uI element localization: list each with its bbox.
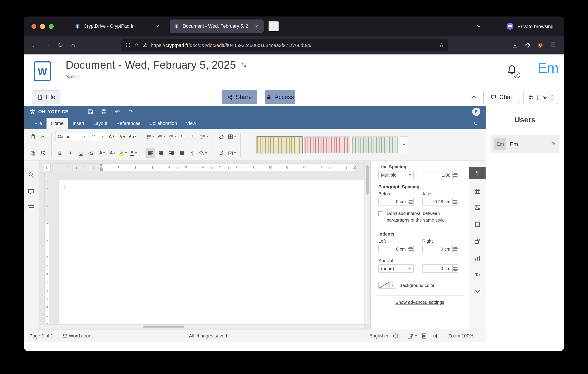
font-color-button[interactable]: A [129,148,138,158]
bold-button[interactable]: B [55,148,65,158]
downloads-icon[interactable] [508,39,521,51]
fit-width-button[interactable] [431,333,437,339]
align-center-button[interactable] [156,148,166,158]
decrement-font-size-button[interactable]: A [117,132,127,141]
close-window-button[interactable] [32,24,36,29]
close-tab-icon[interactable]: ✕ [154,23,161,30]
tab-document[interactable]: Document - Wed, February 5, 2 ✕ [170,19,264,33]
back-button[interactable]: ← [29,39,42,51]
select-all-button[interactable] [38,148,48,158]
align-justify-button[interactable] [177,148,187,158]
permissions-sliders-icon[interactable] [142,42,147,48]
zoom-in-button[interactable]: + [478,333,480,339]
url-bar[interactable]: https://cryptpad.fr/doc/#/3/doc/edit/ff0… [121,39,448,52]
spinner-up-icon[interactable] [408,245,413,249]
home-button[interactable]: ⌂ [67,39,80,51]
vertical-ruler[interactable]: 12123456 [44,173,50,325]
menu-tab-view[interactable]: View [181,118,200,129]
italic-button[interactable]: I [66,148,75,158]
background-color-swatch[interactable] [378,282,390,289]
edit-title-pencil-icon[interactable]: ✎ [241,61,247,69]
find-and-replace-button[interactable] [28,171,36,179]
line-spacing-button[interactable] [199,132,209,141]
vertical-scrollbar[interactable] [365,164,369,324]
table-settings-icon[interactable] [469,185,485,197]
zoom-window-button[interactable] [49,24,54,29]
save-button[interactable] [85,107,96,116]
bullet-list-button[interactable] [146,132,156,141]
indent-left-spinner[interactable]: 0 cm [378,245,414,253]
user-count-button[interactable]: 1 0 [523,90,558,104]
menu-tab-layout[interactable]: Layout [89,118,112,129]
menu-tab-collaboration[interactable]: Collaboration [145,118,181,129]
spacing-after-spinner[interactable]: 0.28 cm [422,198,458,206]
spinner-up-icon[interactable] [453,245,458,249]
chart-settings-icon[interactable] [469,252,485,264]
bookmark-star-icon[interactable]: ☆ [439,42,444,49]
font-name-select[interactable]: Calibri [55,132,88,141]
shape-settings-icon[interactable] [469,235,485,247]
text-art-settings-icon[interactable]: Ta [469,269,485,281]
tab-stop-selector[interactable]: L [44,164,51,171]
word-count-button[interactable]: 123Word count [63,333,93,339]
print-button[interactable] [98,107,110,116]
edit-user-name-pencil-icon[interactable]: ✎ [551,141,556,147]
user-list-item[interactable]: Em Em ✎ [491,135,559,154]
align-right-button[interactable] [167,148,176,158]
file-menu-button[interactable]: File [32,90,61,104]
spinner-up-icon[interactable] [408,198,413,202]
special-indent-spinner[interactable]: 0 cm [422,264,458,272]
undo-button[interactable]: ↶ [112,107,123,116]
strikethrough-button[interactable]: S [87,148,96,158]
special-indent-select[interactable]: (none) [378,264,414,272]
spell-language-globe-icon[interactable] [393,333,399,339]
hanging-indent-marker[interactable] [99,165,103,169]
zoom-level[interactable]: Zoom 100% [448,333,473,339]
extensions-puzzle-icon[interactable] [521,39,534,51]
nonprinting-characters-button[interactable]: ¶ [188,148,197,158]
no-interval-checkbox[interactable] [378,211,383,216]
numbered-list-button[interactable] [157,132,167,141]
spinner-down-icon[interactable] [408,202,413,206]
header-footer-settings-icon[interactable] [469,218,485,230]
underline-button[interactable]: U [76,148,86,158]
menu-tab-home[interactable]: Home [47,118,68,129]
increment-font-size-button[interactable]: A [107,132,116,141]
styles-gallery-expand-button[interactable] [400,136,408,153]
mail-merge-button[interactable] [227,148,237,158]
ublock-origin-icon[interactable] [534,39,547,51]
left-indent-marker[interactable] [100,169,103,171]
scrollbar-thumb[interactable] [143,325,184,328]
editor-user-badge[interactable]: E [472,108,480,116]
horizontal-ruler[interactable]: 12123456789101112131415 [52,164,365,171]
spinner-down-icon[interactable] [453,202,458,206]
redo-button[interactable]: ↷ [126,107,137,116]
menu-tab-references[interactable]: References [112,118,145,129]
app-menu-hamburger-icon[interactable]: ☰ [547,39,560,51]
reload-button[interactable]: ↻ [54,39,67,51]
spinner-up-icon[interactable] [453,171,458,175]
copy-button[interactable] [28,148,37,158]
spinner-up-icon[interactable] [453,265,458,269]
paste-button[interactable] [28,132,37,141]
indent-right-spinner[interactable]: 0 cm [422,245,458,253]
horizontal-scrollbar[interactable] [39,324,365,329]
spinner-down-icon[interactable] [453,269,458,272]
minimize-window-button[interactable] [40,24,45,29]
mail-merge-settings-icon[interactable] [469,285,485,298]
decrease-indent-button[interactable] [178,132,188,141]
tab-cryptdrive[interactable]: CryptDrive - CryptPad.fr ✕ [71,19,165,33]
scrollbar-thumb[interactable] [365,165,368,195]
paragraph-settings-icon[interactable]: ¶ [469,167,485,179]
editing-mode-button[interactable] [407,333,417,339]
spacing-before-spinner[interactable]: 0 cm [378,198,414,206]
highlight-color-button[interactable] [118,148,128,158]
spinner-down-icon[interactable] [453,249,458,253]
right-indent-marker[interactable] [353,165,356,169]
document-language-button[interactable]: English [369,333,388,339]
image-settings-icon[interactable] [469,201,485,213]
change-case-button[interactable]: Aa [128,132,137,141]
line-spacing-value-spinner[interactable]: 1.08 [423,171,458,179]
navigation-headings-button[interactable] [28,204,36,212]
no-interval-label[interactable]: Don't add interval between paragraphs of… [387,210,459,224]
